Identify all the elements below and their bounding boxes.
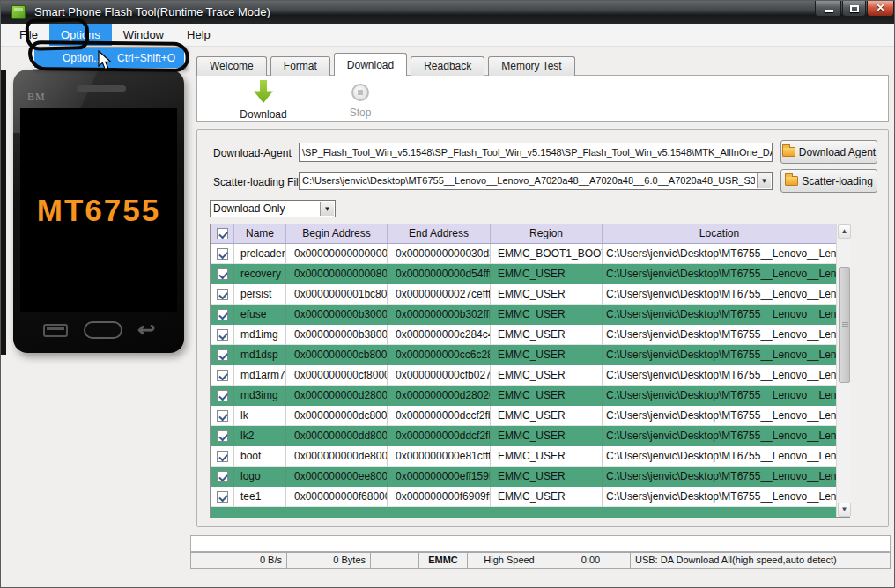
menu-bar: FileOptionsWindowHelp <box>1 24 895 47</box>
column-header[interactable]: Begin Address <box>286 224 388 243</box>
checkbox-icon[interactable] <box>217 370 228 381</box>
download-agent-browse-button[interactable]: Download Agent <box>780 140 877 164</box>
status-cell: USB: DA Download All(high speed,auto det… <box>631 552 891 569</box>
row-checkbox-cell[interactable] <box>211 284 234 305</box>
column-header[interactable]: Name <box>234 224 286 243</box>
checkbox-icon[interactable] <box>217 329 228 341</box>
row-checkbox-cell[interactable] <box>211 446 234 467</box>
progress-bar <box>190 535 891 552</box>
tab-download[interactable]: Download <box>334 53 407 76</box>
row-checkbox-cell[interactable] <box>211 487 234 507</box>
window-title: Smart Phone Flash Tool(Runtime Trace Mod… <box>34 1 270 24</box>
chevron-down-icon[interactable]: ▼ <box>320 202 334 216</box>
tab-memory-test[interactable]: Memory Test <box>488 56 574 76</box>
select-all-cell[interactable] <box>211 224 234 243</box>
table-row[interactable]: md3img0x000000000d2800000x000000000d2802… <box>211 386 836 406</box>
checkbox-icon[interactable] <box>217 451 228 462</box>
cell: lk2 <box>234 426 286 446</box>
minimize-button[interactable] <box>815 1 841 17</box>
table-scrollbar[interactable]: ▲ ▼ <box>836 224 851 517</box>
row-checkbox-cell[interactable] <box>211 325 234 345</box>
table-row[interactable]: lk0x000000000dc800000x000000000dccf2fbEM… <box>211 406 836 426</box>
menu-help[interactable]: Help <box>175 24 222 46</box>
cell: 0x000000000c284c4f <box>388 325 491 345</box>
cell: tee1 <box>234 487 286 507</box>
checkbox-icon[interactable] <box>217 430 228 442</box>
column-header[interactable]: End Address <box>388 224 491 243</box>
phone-screen: MT6755 <box>20 108 177 312</box>
table-row[interactable]: md1dsp0x000000000cb800000x000000000cc6c2… <box>211 345 836 365</box>
table-row[interactable]: boot0x000000000de800000x000000000e81cfff… <box>211 446 836 467</box>
row-checkbox-cell[interactable] <box>211 244 234 264</box>
cell: 0x000000000cfb027f <box>388 365 491 386</box>
cell: 0x000000000eff159b <box>388 467 491 487</box>
download-mode-value: Download Only <box>213 201 318 217</box>
title-bar[interactable]: Smart Phone Flash Tool(Runtime Trace Mod… <box>1 1 895 24</box>
checkbox-icon[interactable] <box>217 289 228 300</box>
download-arrow-icon <box>254 80 273 103</box>
maximize-button[interactable] <box>842 1 866 17</box>
table-row[interactable]: preloader0x00000000000000000x00000000000… <box>211 244 836 264</box>
scatter-file-combobox[interactable]: C:\Users\jenvic\Desktop\MT6755__Lenovo__… <box>299 172 773 190</box>
cell: EMMC_USER <box>491 426 603 446</box>
table-row[interactable]: persist0x0000000001bc80000x00000000027ce… <box>211 284 836 305</box>
chevron-down-icon[interactable]: ▼ <box>757 173 771 188</box>
checkbox-icon[interactable] <box>217 268 228 280</box>
scrollbar-thumb[interactable] <box>839 267 850 383</box>
download-agent-field[interactable]: \SP_Flash_Tool_Win_v5.1548\SP_Flash_Tool… <box>299 143 773 162</box>
row-checkbox-cell[interactable] <box>211 406 234 426</box>
cell: 0x000000000cf80000 <box>286 365 388 386</box>
checkbox-icon[interactable] <box>217 349 228 361</box>
partition-table-header: NameBegin AddressEnd AddressRegionLocati… <box>211 224 836 244</box>
table-row[interactable]: recovery0x00000000000080000x0000000000d5… <box>211 264 836 284</box>
tab-format[interactable]: Format <box>270 56 330 76</box>
status-cell: 0:00 <box>551 552 631 569</box>
close-icon: ✕ <box>868 1 893 16</box>
close-button[interactable]: ✕ <box>867 1 894 17</box>
checkbox-icon[interactable] <box>217 390 228 401</box>
phone-home-icon <box>84 321 122 339</box>
scroll-up-icon[interactable]: ▲ <box>838 224 851 239</box>
table-row[interactable]: md1img0x000000000b3800000x000000000c284c… <box>211 325 836 345</box>
row-checkbox-cell[interactable] <box>211 305 234 325</box>
column-header[interactable]: Location <box>603 224 836 243</box>
cell: EMMC_USER <box>491 467 603 487</box>
table-row[interactable]: lk20x000000000dd800000x000000000ddcf2fbE… <box>211 426 836 446</box>
checkbox-icon[interactable] <box>217 410 228 422</box>
cell: 0x0000000000000000 <box>286 244 388 264</box>
cell: C:\Users\jenvic\Desktop\MT6755__Lenovo__… <box>603 325 836 345</box>
cell: persist <box>234 284 286 305</box>
table-row[interactable]: efuse0x000000000b3000000x000000000b302ff… <box>211 305 836 325</box>
table-row[interactable]: logo0x000000000ee800000x000000000eff159b… <box>211 467 836 487</box>
checkbox-icon[interactable] <box>217 309 228 320</box>
row-checkbox-cell[interactable] <box>211 467 234 487</box>
menu-window[interactable]: Window <box>112 24 175 46</box>
row-checkbox-cell[interactable] <box>211 426 234 446</box>
cell: C:\Users\jenvic\Desktop\MT6755__Lenovo__… <box>603 284 836 305</box>
download-mode-select[interactable]: Download Only ▼ <box>210 200 336 217</box>
menu-item-option-label: Option... <box>34 52 102 64</box>
stop-button[interactable]: Stop <box>321 80 400 119</box>
checkbox-icon[interactable] <box>217 491 228 503</box>
row-checkbox-cell[interactable] <box>211 264 234 284</box>
cell: logo <box>234 467 286 487</box>
checkbox-icon[interactable] <box>217 471 228 482</box>
tab-readback[interactable]: Readback <box>411 56 484 76</box>
menu-options[interactable]: Options <box>49 24 112 46</box>
cell: C:\Users\jenvic\Desktop\MT6755__Lenovo__… <box>603 365 836 386</box>
row-checkbox-cell[interactable] <box>211 365 234 386</box>
menu-file[interactable]: File <box>8 24 49 46</box>
scroll-down-icon[interactable]: ▼ <box>838 503 851 517</box>
select-all-checkbox-icon[interactable] <box>217 228 228 239</box>
table-row[interactable]: tee10x000000000f6800000x000000000f6909ff… <box>211 487 836 507</box>
tab-welcome[interactable]: Welcome <box>196 56 267 76</box>
row-checkbox-cell[interactable] <box>211 386 234 406</box>
table-row[interactable]: md1arm70x000000000cf800000x000000000cfb0… <box>211 365 836 386</box>
cell: efuse <box>234 305 286 325</box>
scatter-browse-button[interactable]: Scatter-loading <box>780 169 877 193</box>
row-checkbox-cell[interactable] <box>211 345 234 365</box>
cell: EMMC_USER <box>491 487 603 507</box>
checkbox-icon[interactable] <box>217 248 228 260</box>
download-button[interactable]: Download <box>224 80 303 121</box>
column-header[interactable]: Region <box>491 224 603 243</box>
